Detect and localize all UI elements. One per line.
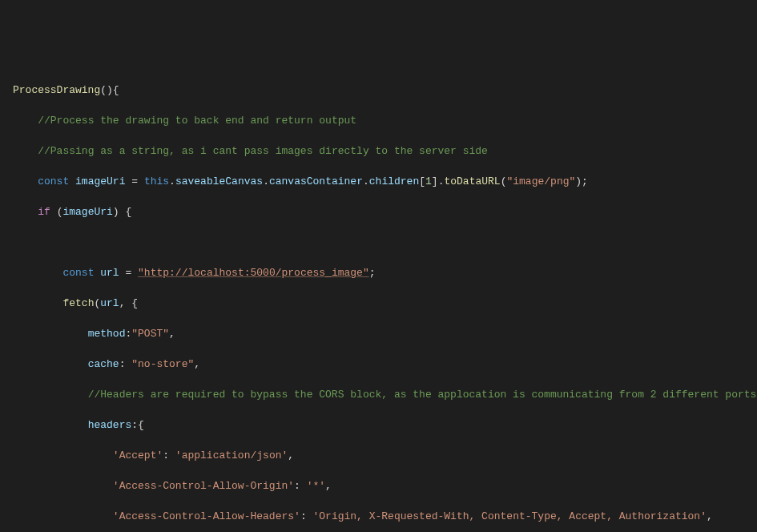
code-line: method:"POST", xyxy=(6,326,757,341)
url-string: "http://localhost:5000/process_image" xyxy=(138,267,369,279)
code-line: const imageUri = this.saveableCanvas.can… xyxy=(6,174,757,189)
code-line: ProcessDrawing(){ xyxy=(6,83,757,98)
code-line: //Passing as a string, as i cant pass im… xyxy=(6,143,757,159)
code-line: if (imageUri) { xyxy=(6,204,757,220)
keyword: const xyxy=(38,175,69,187)
code-line: //Process the drawing to back end and re… xyxy=(6,113,757,128)
variable: imageUri xyxy=(75,175,125,187)
comment: //Passing as a string, as i cant pass im… xyxy=(38,145,488,157)
code-line xyxy=(6,235,757,250)
code-editor[interactable]: ProcessDrawing(){ //Process the drawing … xyxy=(0,67,757,532)
code-line: 'Access-Control-Allow-Origin': '*', xyxy=(6,478,757,494)
code-line: const url = "http://localhost:5000/proce… xyxy=(6,265,757,280)
code-line: cache: "no-store", xyxy=(6,357,757,372)
code-line: fetch(url, { xyxy=(6,296,757,311)
this-keyword: this xyxy=(144,175,169,187)
code-line: 'Accept': 'application/json', xyxy=(6,448,757,463)
code-line: 'Access-Control-Allow-Headers': 'Origin,… xyxy=(6,509,757,524)
function-name: ProcessDrawing xyxy=(13,84,100,96)
comment: //Process the drawing to back end and re… xyxy=(38,115,356,127)
punct: (){ xyxy=(100,84,119,96)
code-line: //Headers are required to bypass the COR… xyxy=(6,387,757,402)
code-line: headers:{ xyxy=(6,417,757,433)
if-keyword: if xyxy=(38,206,50,218)
